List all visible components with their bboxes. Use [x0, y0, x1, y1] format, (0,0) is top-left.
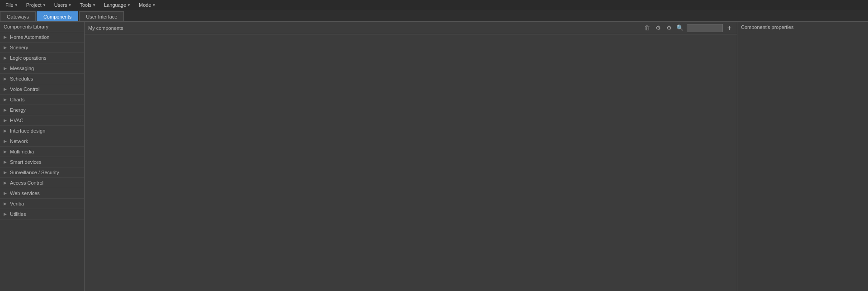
menu-arrow-file: ▼ [14, 3, 18, 7]
content-title: My components [88, 25, 641, 31]
sidebar-label-venba: Venba [10, 201, 24, 206]
chevron-icon-voice-control: ▶ [4, 87, 8, 91]
sidebar-label-home-automation: Home Automation [10, 34, 49, 40]
chevron-icon-hvac: ▶ [4, 118, 8, 123]
sidebar-item-hvac[interactable]: ▶HVAC [0, 115, 84, 126]
sidebar-item-surveillance-security[interactable]: ▶Surveillance / Security [0, 167, 84, 178]
menu-item-project[interactable]: Project▼ [23, 1, 50, 9]
chevron-icon-schedules: ▶ [4, 76, 8, 81]
menu-item-tools[interactable]: Tools▼ [76, 1, 99, 9]
menu-arrow-language: ▼ [127, 3, 131, 7]
menu-label-users: Users [54, 2, 67, 8]
sidebar-items: ▶Home Automation▶Scenery▶Logic operation… [0, 32, 84, 219]
sidebar-label-smart-devices: Smart devices [10, 159, 42, 165]
chevron-icon-energy: ▶ [4, 108, 8, 112]
sidebar-label-scenery: Scenery [10, 45, 28, 50]
chevron-icon-smart-devices: ▶ [4, 160, 8, 164]
sidebar-label-logic-operations: Logic operations [10, 55, 47, 61]
tab-user-interface[interactable]: User Interface [79, 11, 124, 21]
chevron-icon-scenery: ▶ [4, 45, 8, 50]
menu-label-language: Language [104, 2, 126, 8]
search-input[interactable] [687, 24, 723, 32]
sidebar: Components Library ▶Home Automation▶Scen… [0, 22, 85, 291]
sidebar-label-surveillance-security: Surveillance / Security [10, 170, 59, 175]
tab-label-gateways: Gateways [7, 14, 29, 19]
properties-title: Component's properties [741, 24, 864, 30]
chevron-icon-surveillance-security: ▶ [4, 170, 8, 175]
menu-label-file: File [5, 2, 14, 8]
content-toolbar: My components 🗑 ⚙ ⚙ 🔍 + [85, 22, 737, 34]
sidebar-item-energy[interactable]: ▶Energy [0, 105, 84, 115]
menu-arrow-users: ▼ [68, 3, 72, 7]
chevron-icon-home-automation: ▶ [4, 35, 8, 39]
sidebar-label-utilities: Utilities [10, 211, 26, 217]
sidebar-label-network: Network [10, 138, 28, 144]
sidebar-label-web-services: Web services [10, 191, 40, 196]
sidebar-item-multimedia[interactable]: ▶Multimedia [0, 147, 84, 157]
settings2-icon[interactable]: ⚙ [665, 24, 673, 32]
sidebar-item-scenery[interactable]: ▶Scenery [0, 43, 84, 53]
sidebar-label-charts: Charts [10, 97, 24, 102]
chevron-icon-access-control: ▶ [4, 181, 8, 185]
menu-arrow-tools: ▼ [92, 3, 96, 7]
menu-item-file[interactable]: File▼ [2, 1, 22, 9]
sidebar-item-charts[interactable]: ▶Charts [0, 95, 84, 105]
sidebar-item-web-services[interactable]: ▶Web services [0, 188, 84, 199]
sidebar-item-smart-devices[interactable]: ▶Smart devices [0, 157, 84, 167]
menu-item-users[interactable]: Users▼ [51, 1, 75, 9]
sidebar-item-interface-design[interactable]: ▶Interface design [0, 126, 84, 136]
sidebar-item-voice-control[interactable]: ▶Voice Control [0, 84, 84, 95]
content-main [85, 34, 737, 291]
sidebar-label-voice-control: Voice Control [10, 86, 39, 92]
sidebar-item-home-automation[interactable]: ▶Home Automation [0, 32, 84, 43]
sidebar-label-interface-design: Interface design [10, 128, 45, 134]
delete-icon[interactable]: 🗑 [643, 24, 651, 32]
chevron-icon-network: ▶ [4, 139, 8, 143]
chevron-icon-multimedia: ▶ [4, 149, 8, 154]
chevron-icon-charts: ▶ [4, 97, 8, 102]
sidebar-label-hvac: HVAC [10, 118, 24, 123]
menu-item-mode[interactable]: Mode▼ [135, 1, 159, 9]
menu-arrow-mode: ▼ [152, 3, 156, 7]
sidebar-label-energy: Energy [10, 107, 26, 113]
sidebar-header: Components Library [0, 22, 84, 32]
tab-label-user-interface: User Interface [86, 14, 117, 19]
sidebar-label-schedules: Schedules [10, 76, 33, 81]
chevron-icon-interface-design: ▶ [4, 129, 8, 133]
sidebar-label-messaging: Messaging [10, 66, 34, 71]
chevron-icon-web-services: ▶ [4, 191, 8, 196]
menu-item-language[interactable]: Language▼ [100, 1, 134, 9]
add-button[interactable]: + [726, 24, 733, 32]
properties-panel: Component's properties [737, 22, 868, 291]
chevron-icon-messaging: ▶ [4, 66, 8, 71]
sidebar-item-utilities[interactable]: ▶Utilities [0, 209, 84, 219]
menu-bar: File▼Project▼Users▼Tools▼Language▼Mode▼ [0, 0, 868, 10]
sidebar-item-messaging[interactable]: ▶Messaging [0, 63, 84, 74]
sidebar-item-schedules[interactable]: ▶Schedules [0, 74, 84, 84]
chevron-icon-logic-operations: ▶ [4, 56, 8, 60]
sidebar-label-multimedia: Multimedia [10, 149, 34, 154]
tab-bar: GatewaysComponentsUser Interface [0, 10, 868, 22]
content-area: My components 🗑 ⚙ ⚙ 🔍 + [85, 22, 737, 291]
tab-label-components: Components [43, 14, 71, 19]
sidebar-item-network[interactable]: ▶Network [0, 136, 84, 147]
sidebar-item-access-control[interactable]: ▶Access Control [0, 178, 84, 188]
tab-gateways[interactable]: Gateways [0, 11, 36, 21]
settings1-icon[interactable]: ⚙ [654, 24, 662, 32]
menu-arrow-project: ▼ [42, 3, 46, 7]
menu-label-mode: Mode [139, 2, 151, 8]
sidebar-item-venba[interactable]: ▶Venba [0, 199, 84, 209]
sidebar-label-access-control: Access Control [10, 180, 43, 186]
sidebar-item-logic-operations[interactable]: ▶Logic operations [0, 53, 84, 63]
search-icon: 🔍 [676, 24, 684, 32]
tab-components[interactable]: Components [37, 11, 78, 21]
menu-label-project: Project [26, 2, 42, 8]
main-layout: Components Library ▶Home Automation▶Scen… [0, 22, 868, 291]
chevron-icon-venba: ▶ [4, 201, 8, 206]
chevron-icon-utilities: ▶ [4, 212, 8, 216]
menu-label-tools: Tools [80, 2, 91, 8]
